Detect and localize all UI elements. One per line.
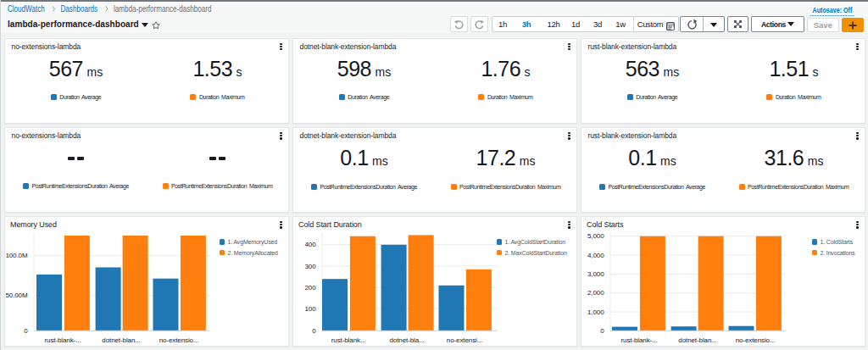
svg-text:2,000: 2,000: [587, 289, 604, 297]
svg-text:100.0M: 100.0M: [5, 252, 28, 259]
svg-text:0: 0: [24, 327, 28, 335]
svg-text:100: 100: [304, 305, 316, 313]
svg-text:no-extensio...: no-extensio...: [159, 336, 199, 344]
svg-text:1,000: 1,000: [587, 308, 604, 316]
svg-text:50.00M: 50.00M: [5, 292, 28, 299]
svg-text:3,000: 3,000: [587, 270, 604, 278]
svg-text:dotnet-bla...: dotnet-bla...: [390, 336, 425, 344]
svg-text:5,000: 5,000: [587, 232, 604, 240]
svg-text:0: 0: [600, 327, 604, 335]
svg-text:dotnet-blan...: dotnet-blan...: [678, 336, 716, 344]
svg-text:rust-blank-...: rust-blank-...: [620, 336, 657, 344]
svg-text:rust-blank-...: rust-blank-...: [44, 336, 81, 344]
svg-text:no-extensio...: no-extensio...: [736, 336, 776, 344]
svg-text:200: 200: [304, 284, 316, 292]
svg-text:rust-blank...: rust-blank...: [331, 336, 366, 344]
svg-text:dotnet-blan...: dotnet-blan...: [102, 336, 140, 344]
svg-text:no-extensi...: no-extensi...: [447, 336, 482, 344]
svg-text:400: 400: [304, 241, 316, 248]
svg-text:300: 300: [304, 263, 316, 270]
svg-text:4,000: 4,000: [587, 252, 604, 259]
svg-text:0: 0: [312, 327, 316, 335]
